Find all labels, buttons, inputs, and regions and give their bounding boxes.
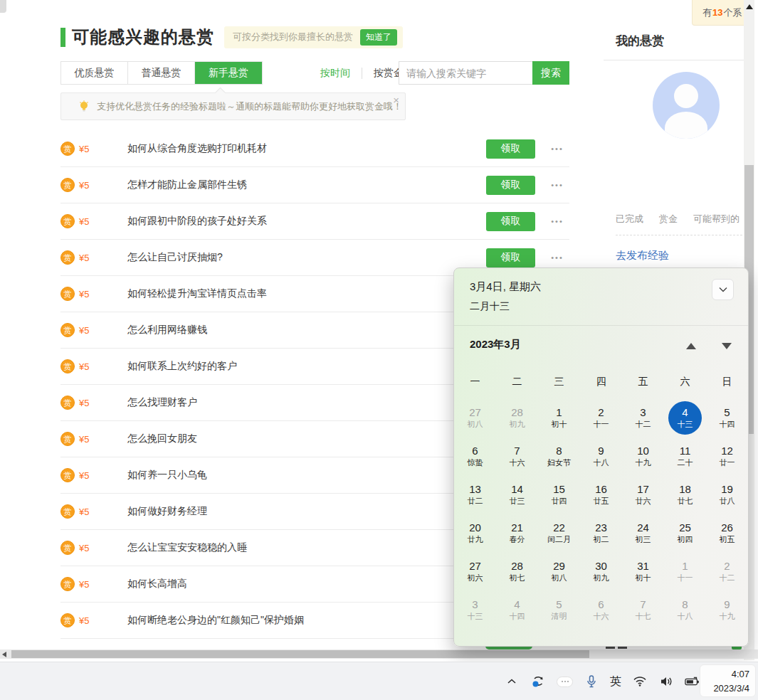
- microphone-icon[interactable]: [584, 674, 599, 689]
- more-options-icon[interactable]: •••: [545, 253, 569, 262]
- stat-may-help: 可能帮到的: [693, 213, 739, 224]
- taskbar-clock[interactable]: 4:07 2023/3/4: [700, 664, 756, 697]
- calendar-day[interactable]: 11二十: [664, 437, 706, 475]
- scroll-left-arrow-icon[interactable]: [2, 652, 6, 657]
- tray-pill-icon[interactable]: [557, 677, 573, 687]
- calendar-day[interactable]: 19廿八: [706, 475, 748, 514]
- search-button[interactable]: 搜索: [532, 61, 569, 85]
- day-number: 8: [682, 598, 688, 611]
- speaker-icon[interactable]: [658, 674, 674, 689]
- calendar-day[interactable]: 27初八: [454, 398, 496, 437]
- claim-button[interactable]: 领取: [486, 176, 535, 195]
- calendar-day[interactable]: 7十六: [496, 437, 538, 475]
- scroll-up-arrow-icon[interactable]: [746, 4, 753, 9]
- calendar-day[interactable]: 29初八: [538, 552, 580, 590]
- calendar-day[interactable]: 28初七: [496, 552, 538, 590]
- calendar-day[interactable]: 21春分: [496, 514, 538, 552]
- day-number: 13: [469, 483, 481, 496]
- bounty-title[interactable]: 怎么找理财客户: [127, 396, 197, 409]
- tab-newbie-bounty[interactable]: 新手悬赏: [195, 62, 262, 84]
- calendar-day-selected[interactable]: 4十三: [664, 398, 706, 437]
- calendar-day[interactable]: 9十九: [706, 590, 748, 629]
- ime-language-indicator[interactable]: 英: [610, 674, 621, 689]
- calendar-day[interactable]: 3十二: [622, 398, 664, 437]
- calendar-next-month-icon[interactable]: [722, 343, 732, 349]
- calendar-day[interactable]: 6惊蛰: [454, 437, 496, 475]
- calendar-day[interactable]: 5十四: [706, 398, 748, 437]
- calendar-day[interactable]: 17廿六: [622, 475, 664, 514]
- horizontal-scrollbar[interactable]: [0, 649, 758, 659]
- calendar-day[interactable]: 13廿二: [454, 475, 496, 514]
- calendar-day[interactable]: 14廿三: [496, 475, 538, 514]
- claim-button[interactable]: 领取: [486, 139, 535, 159]
- calendar-day[interactable]: 9十八: [580, 437, 622, 475]
- bounty-title[interactable]: 怎么让自己讨厌抽烟?: [127, 251, 223, 264]
- publish-experience-link[interactable]: 去发布经验: [616, 249, 669, 262]
- bounty-title[interactable]: 如何轻松提升淘宝详情页点击率: [127, 287, 267, 300]
- search-input[interactable]: [399, 61, 532, 85]
- calendar-day[interactable]: 20廿九: [454, 514, 496, 552]
- claim-button[interactable]: 领取: [486, 212, 535, 231]
- calendar-day[interactable]: 26初五: [706, 514, 748, 552]
- system-message-notification[interactable]: 有13个系: [692, 0, 749, 26]
- calendar-day[interactable]: 16廿五: [580, 475, 622, 514]
- day-lunar-label: 廿六: [636, 496, 651, 507]
- calendar-day[interactable]: 1十一: [664, 552, 706, 590]
- bounty-title[interactable]: 怎样才能防止金属部件生锈: [127, 179, 247, 191]
- got-it-button[interactable]: 知道了: [360, 29, 397, 46]
- horizontal-scrollbar-thumb[interactable]: [11, 650, 589, 658]
- hidden-icons-chevron-icon[interactable]: [504, 674, 520, 689]
- calendar-day[interactable]: 4十四: [496, 590, 538, 629]
- bounty-title[interactable]: 如何联系上次约好的客户: [127, 360, 237, 373]
- calendar-day[interactable]: 24初三: [622, 514, 664, 552]
- calendar-prev-month-icon[interactable]: [686, 343, 696, 349]
- calendar-day[interactable]: 12廿一: [706, 437, 748, 475]
- bounty-title[interactable]: 如何断绝老公身边的"红颜知己"保护婚姻: [127, 614, 304, 627]
- battery-charging-icon[interactable]: [685, 674, 700, 689]
- calendar-collapse-button[interactable]: [712, 279, 734, 300]
- calendar-day[interactable]: 31初十: [622, 552, 664, 590]
- bounty-title[interactable]: 如何从综合角度选购打印机耗材: [127, 142, 267, 155]
- calendar-day[interactable]: 22闰二月: [538, 514, 580, 552]
- calendar-day[interactable]: 8妇女节: [538, 437, 580, 475]
- calendar-day[interactable]: 1初十: [538, 398, 580, 437]
- more-options-icon[interactable]: •••: [545, 144, 569, 153]
- avatar[interactable]: [653, 72, 720, 139]
- bounty-title[interactable]: 如何做好财务经理: [127, 505, 207, 518]
- calendar-day[interactable]: 28初九: [496, 398, 538, 437]
- calendar-day[interactable]: 23初二: [580, 514, 622, 552]
- bounty-title[interactable]: 怎么让宝宝安安稳稳的入睡: [127, 541, 247, 554]
- day-lunar-label: 廿八: [720, 496, 735, 507]
- calendar-day[interactable]: 10十九: [622, 437, 664, 475]
- calendar-day[interactable]: 5清明: [538, 590, 580, 629]
- sync-app-icon[interactable]: [530, 674, 546, 689]
- calendar-day[interactable]: 7十七: [622, 590, 664, 629]
- calendar-day[interactable]: 8十八: [664, 590, 706, 629]
- bounty-title[interactable]: 怎么挽回女朋友: [127, 433, 197, 445]
- calendar-day[interactable]: 30初九: [580, 552, 622, 590]
- more-options-icon[interactable]: •••: [545, 217, 569, 226]
- claim-button[interactable]: 领取: [486, 248, 535, 267]
- calendar-day[interactable]: 3十三: [454, 590, 496, 629]
- calendar-month-label[interactable]: 2023年3月: [470, 338, 521, 351]
- calendar-day[interactable]: 2十一: [580, 398, 622, 437]
- tab-normal-bounty[interactable]: 普通悬赏: [128, 62, 195, 84]
- day-number: 5: [724, 406, 730, 419]
- day-number: 2: [598, 406, 604, 419]
- calendar-day[interactable]: 2十二: [706, 552, 748, 590]
- calendar-day[interactable]: 27初六: [454, 552, 496, 590]
- bounty-title[interactable]: 怎么利用网络赚钱: [127, 324, 207, 336]
- wifi-icon[interactable]: [632, 674, 648, 689]
- stat-completed: 已完成: [616, 213, 643, 224]
- tab-quality-bounty[interactable]: 优质悬赏: [61, 62, 128, 84]
- notice-close-icon[interactable]: ×: [393, 95, 399, 106]
- more-options-icon[interactable]: •••: [545, 181, 569, 189]
- calendar-day[interactable]: 25初四: [664, 514, 706, 552]
- bounty-title[interactable]: 如何长高增高: [127, 578, 187, 590]
- calendar-day[interactable]: 6十六: [580, 590, 622, 629]
- bounty-title[interactable]: 如何跟初中阶段的孩子处好关系: [127, 215, 267, 228]
- bounty-title[interactable]: 如何养一只小乌龟: [127, 469, 207, 482]
- calendar-day[interactable]: 18廿七: [664, 475, 706, 514]
- calendar-day[interactable]: 15廿四: [538, 475, 580, 514]
- sort-by-time-link[interactable]: 按时间: [320, 67, 350, 80]
